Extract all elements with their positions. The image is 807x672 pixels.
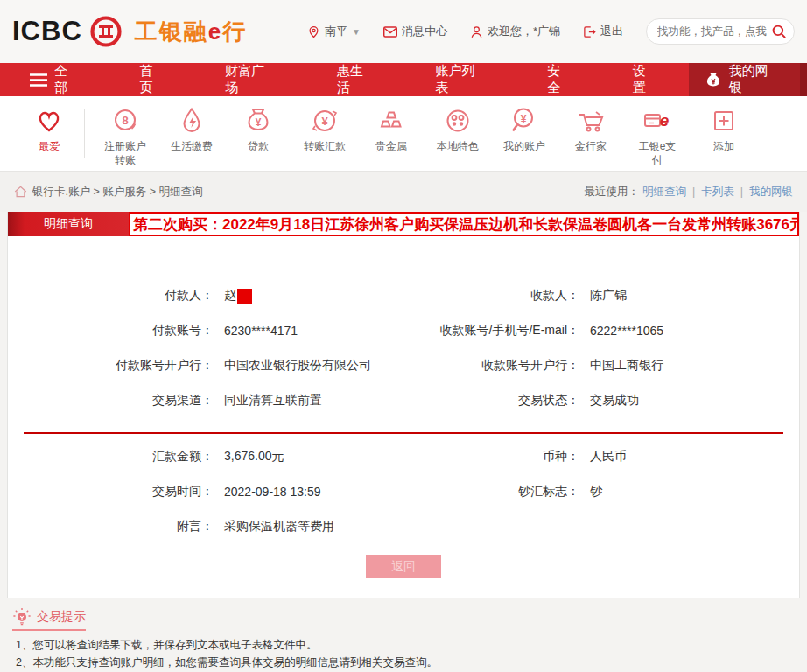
chevron-down-icon: ▼	[352, 27, 361, 37]
quick-item-loan[interactable]: ¥ 贷款	[225, 105, 291, 154]
table-row: 交易时间： 2022-09-18 13:59 钞汇标志： 钞	[8, 474, 799, 509]
currency-label: 币种：	[404, 449, 579, 465]
nav-item-wealth[interactable]: 财富广场	[195, 63, 307, 96]
recent-link-card-list[interactable]: 卡列表	[701, 185, 734, 200]
table-row: 付款账号开户行： 中国农业银行股份有限公司 收款账号开户行： 中国工商银行	[8, 348, 799, 383]
status-label: 交易状态：	[404, 393, 579, 409]
panel-title-bar: 明细查询 第二次购买：2022年9月18日江苏徐州客户购买保温压边机和长款保温卷…	[8, 212, 799, 236]
cash-flag-value: 钞	[579, 484, 799, 500]
search-box[interactable]	[646, 18, 795, 45]
time-label: 交易时间：	[8, 484, 214, 500]
nav-label: 全部	[54, 63, 81, 96]
icbc-emblem-icon	[89, 15, 123, 48]
detail-query-tab[interactable]: 明细查询	[8, 212, 129, 236]
time-value: 2022-09-18 13:59	[214, 485, 404, 499]
utility-payment-icon	[176, 105, 207, 136]
quick-item-label: 注册账户转账	[103, 140, 147, 167]
home-icon[interactable]	[14, 186, 27, 198]
location-label: 南平	[325, 24, 347, 39]
recent-link-detail-query[interactable]: 明细查询	[642, 185, 686, 200]
nav-item-life[interactable]: 惠生活	[307, 63, 406, 96]
nav-label: 账户列表	[436, 63, 488, 96]
payer-account-label: 付款账号：	[8, 323, 214, 339]
nav-edge-strip	[800, 63, 807, 96]
icbc-logo: ICBC 工银融e行	[12, 15, 247, 48]
nav-item-all[interactable]: 全部	[0, 63, 110, 96]
quick-item-gold-expert[interactable]: 金行家	[558, 105, 624, 154]
quick-item-label: 转账汇款	[303, 140, 347, 154]
main-nav: 全部 首页 财富广场 惠生活 账户列表 安全 设置 我的网银	[0, 63, 807, 96]
divider	[84, 108, 85, 158]
message-center-label: 消息中心	[402, 24, 447, 39]
quick-item-add[interactable]: 添加	[691, 105, 757, 154]
epay-icon: e	[642, 105, 673, 136]
my-account-icon: ¥	[509, 105, 540, 136]
quick-item-epay[interactable]: e 工银e支付	[624, 105, 691, 167]
payee-label: 收款人：	[404, 288, 579, 304]
table-row: 附言： 采购保温机器等费用	[8, 509, 799, 544]
payer-account-value: 6230****4171	[214, 324, 404, 338]
quick-item-my-account[interactable]: ¥ 我的账户	[491, 105, 558, 154]
svg-text:8: 8	[122, 114, 128, 127]
hamburger-icon	[30, 74, 47, 87]
detail-query-panel: 明细查询 第二次购买：2022年9月18日江苏徐州客户购买保温压边机和长款保温卷…	[7, 212, 800, 598]
nav-item-home[interactable]: 首页	[110, 63, 196, 96]
welcome-user[interactable]: 欢迎您，*广锦	[470, 24, 560, 39]
logout-button[interactable]: 退出	[583, 24, 623, 39]
quick-item-local-features[interactable]: 本地特色	[425, 105, 491, 154]
nav-my-ebank-tab[interactable]: 我的网银	[689, 63, 800, 96]
quick-item-register-transfer[interactable]: 8 注册账户转账	[92, 105, 158, 167]
payer-bank-label: 付款账号开户行：	[8, 358, 214, 374]
channel-value: 同业清算互联前置	[214, 393, 404, 409]
search-icon[interactable]	[771, 24, 787, 39]
heart-icon	[33, 105, 65, 136]
quick-item-utility-payment[interactable]: 生活缴费	[158, 105, 225, 154]
quick-item-label: 生活缴费	[170, 140, 214, 154]
logout-label: 退出	[600, 24, 623, 39]
table-row: 付款账号： 6230****4171 收款账号/手机号/E-mail： 6222…	[8, 313, 799, 348]
nav-item-security[interactable]: 安全	[517, 63, 603, 96]
location-pin-icon	[307, 25, 320, 38]
welcome-label: 欢迎您，*广锦	[488, 24, 560, 39]
quick-item-transfer-remit[interactable]: ¥ 转账汇款	[291, 105, 358, 154]
payer-label: 付款人：	[8, 288, 214, 304]
payee-account-value: 6222****1065	[579, 324, 799, 338]
logo-chinese-name: 工银融e行	[135, 17, 247, 47]
gold-expert-icon	[575, 105, 607, 136]
quick-item-label: 我的账户	[502, 140, 546, 154]
payer-bank-value: 中国农业银行股份有限公司	[214, 358, 404, 374]
svg-text:e: e	[660, 111, 670, 130]
tips-list: 1、您可以将查询结果下载，并保存到文本或电子表格文件中。 2、本功能只支持查询账…	[12, 636, 795, 672]
nav-item-accounts[interactable]: 账户列表	[406, 63, 518, 96]
recent-link-my-ebank[interactable]: 我的网银	[749, 185, 793, 200]
status-value: 交易成功	[579, 393, 799, 409]
svg-text:¥: ¥	[256, 116, 262, 129]
search-input[interactable]	[657, 25, 771, 38]
precious-metals-icon	[375, 105, 407, 136]
location-selector[interactable]: 南平 ▼	[307, 24, 361, 39]
tips-title-label: 交易提示	[37, 609, 86, 625]
mail-icon	[383, 26, 397, 38]
channel-label: 交易渠道：	[8, 393, 214, 409]
transfer-remit-icon: ¥	[309, 105, 340, 136]
quick-item-precious-metals[interactable]: 贵金属	[358, 105, 425, 154]
nav-item-settings[interactable]: 设置	[603, 63, 689, 96]
quick-item-favorites[interactable]: 最爱	[16, 105, 82, 154]
payee-bank-value: 中国工商银行	[579, 358, 799, 374]
money-bag-icon	[705, 71, 722, 88]
back-button[interactable]: 返回	[366, 555, 441, 578]
tips-title: 交易提示	[12, 607, 86, 631]
payee-value: 陈广锦	[579, 288, 799, 304]
breadcrumb-bar: 银行卡.账户 > 账户服务 > 明细查询 最近使用： 明细查询 | 卡列表 | …	[0, 172, 807, 212]
redaction-block	[237, 289, 252, 304]
list-item: 1、您可以将查询结果下载，并保存到文本或电子表格文件中。	[16, 636, 795, 654]
annotation-note: 第二次购买：2022年9月18日江苏徐州客户购买保温压边机和长款保温卷圆机各一台…	[129, 212, 799, 236]
table-row: 汇款金额： 3,676.00元 币种： 人民币	[8, 439, 799, 474]
table-row: 交易渠道： 同业清算互联前置 交易状态： 交易成功	[8, 383, 799, 418]
quick-item-label: 工银e支付	[635, 140, 679, 167]
section-divider	[24, 432, 783, 434]
payee-account-label: 收款账号/手机号/E-mail：	[404, 323, 579, 339]
message-center-link[interactable]: 消息中心	[383, 24, 447, 39]
amount-label: 汇款金额：	[8, 449, 214, 465]
local-features-icon	[442, 105, 474, 136]
